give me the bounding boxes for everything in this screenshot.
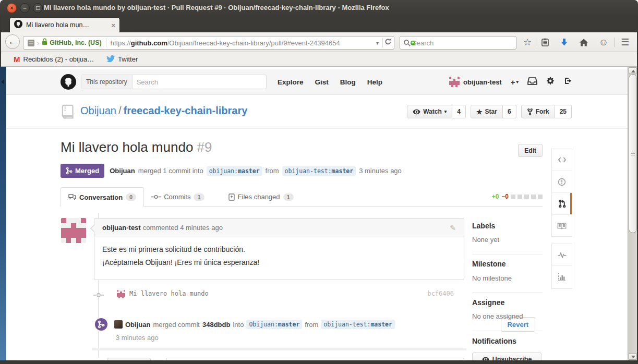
code-icon	[558, 156, 567, 163]
fork-count[interactable]: 25	[555, 105, 572, 118]
search-icon[interactable]: +	[403, 39, 411, 47]
merged-commit-sha[interactable]: 348dbdb	[202, 321, 230, 329]
window-titlebar: × – Mi llavero hola mundo by obijuan-tes…	[0, 0, 638, 16]
notifications-title: Notifications	[472, 337, 516, 345]
back-button[interactable]: ←	[5, 34, 20, 49]
timeline-end-divider	[92, 348, 466, 350]
unsubscribe-button[interactable]: Unsubscribe	[472, 353, 541, 360]
downloads-icon[interactable]	[558, 37, 570, 48]
git-pull-request-icon	[558, 199, 566, 208]
edit-comment-pencil-icon[interactable]: ✎	[450, 224, 456, 232]
tab-close-icon[interactable]: ×	[111, 21, 115, 29]
navigation-toolbar: ← › GitHub, Inc. (US) https://github.com…	[0, 32, 638, 52]
comment-author-avatar[interactable]	[61, 218, 86, 243]
browser-tab-active[interactable]: Mi llavero hola mun… ×	[9, 17, 120, 32]
twitter-icon	[106, 55, 115, 64]
pulse-icon	[558, 252, 567, 258]
scrollbar-thumb[interactable]	[629, 74, 637, 233]
search-input[interactable]	[411, 39, 513, 47]
comment-author-link[interactable]: obijuan-test	[102, 224, 141, 232]
commit-icon	[151, 194, 161, 200]
page-viewport: This repository Explore Gist Blog Help o…	[6, 67, 628, 360]
bookmark-star-icon[interactable]: ☆	[522, 37, 533, 48]
lock-icon	[42, 38, 47, 47]
mininav-issues[interactable]	[552, 171, 572, 193]
comment-line: Este es mi primera solicitud de contribu…	[102, 243, 456, 256]
commit-message-link[interactable]: Mi llavero hola mundo	[129, 290, 209, 297]
bookmark-item-gmail[interactable]: M Recibidos (2) - obijua…	[14, 52, 94, 66]
chevron-right-icon: ›	[37, 39, 39, 47]
bookmark-item-twitter[interactable]: Twitter	[106, 52, 138, 66]
page-proxy-icon	[28, 40, 34, 46]
scroll-down-button[interactable]	[629, 353, 637, 360]
merger-avatar[interactable]	[114, 320, 123, 329]
commits-count: 1	[194, 193, 204, 201]
bookmarks-menu-icon[interactable]	[539, 37, 551, 48]
github-favicon-icon	[14, 20, 22, 30]
merger-link[interactable]: Obijuan	[110, 167, 135, 175]
pr-number: #9	[197, 139, 212, 155]
scroll-up-button[interactable]	[629, 67, 637, 74]
merge-actor-link[interactable]: Obijuan	[125, 321, 150, 329]
site-identity-label[interactable]: GitHub, Inc. (US)	[50, 39, 101, 46]
sign-out-icon[interactable]	[563, 77, 572, 87]
from-text: from	[305, 321, 318, 329]
hamburger-menu-icon[interactable]: ☰	[619, 37, 631, 48]
mininav-wiki[interactable]	[552, 215, 572, 237]
mininav-pull-requests[interactable]	[552, 193, 572, 215]
bookmark-label: Recibidos (2) - obijua…	[23, 55, 94, 63]
labels-value: None yet	[472, 236, 499, 244]
mininav-graphs[interactable]	[552, 266, 572, 288]
comment-body: Este es mi primera solicitud de contribu…	[94, 237, 464, 275]
comment-meta: commented 4 minutes ago	[143, 224, 223, 232]
merge-event-badge	[94, 317, 109, 332]
search-bar[interactable]: +	[400, 36, 516, 50]
sidebar-divider	[472, 331, 543, 331]
commit-author-avatar[interactable]	[117, 290, 125, 298]
reload-icon[interactable]	[384, 38, 392, 47]
merge-base-ref[interactable]: Obijuan:master	[246, 320, 302, 329]
url-text[interactable]: https://github.com/Obijuan/freecad-key-c…	[111, 39, 374, 47]
conversation-count: 0	[126, 193, 136, 201]
arrow-down-icon	[631, 356, 635, 358]
tab-conversation[interactable]: Conversation 0	[61, 187, 144, 207]
into-text: into	[233, 321, 244, 329]
window-close-button[interactable]: ×	[7, 3, 17, 13]
file-diff-icon	[228, 193, 235, 201]
git-merge-icon	[66, 167, 73, 175]
mininav-code[interactable]	[552, 149, 572, 171]
repo-mininav-group-1	[551, 149, 572, 237]
arrow-up-icon	[631, 70, 635, 72]
assignee-value: No one assigned	[472, 312, 523, 320]
toolbar-separator-2	[614, 38, 615, 47]
identity-separator	[106, 38, 106, 47]
base-ref[interactable]: obijuan:master	[207, 166, 262, 176]
gear-icon[interactable]	[546, 77, 555, 87]
bar-chart-icon	[558, 273, 566, 281]
comment-header: obijuan-test commented 4 minutes ago ✎	[94, 219, 464, 237]
window-title: Mi llavero hola mundo by obijuan-test · …	[44, 0, 389, 16]
mininav-pulse[interactable]	[552, 244, 572, 266]
home-icon[interactable]	[578, 37, 589, 48]
maximize-icon	[36, 6, 40, 10]
hello-smiley-icon[interactable]: ☺	[598, 37, 609, 48]
window-maximize-button[interactable]	[33, 3, 43, 13]
issue-icon	[558, 178, 566, 186]
tab-commits[interactable]: Commits 1	[144, 187, 211, 207]
browser-scrollbar[interactable]	[628, 67, 637, 360]
commit-sha[interactable]: bcf6406	[427, 290, 454, 297]
browser-tab-bar: Mi llavero hola mun… × +	[0, 16, 638, 32]
pr-meta: Merged Obijuan merged 1 commit into obij…	[61, 164, 402, 178]
bookmark-label: Twitter	[118, 55, 138, 63]
head-ref[interactable]: obijuan-test:master	[282, 166, 356, 176]
sidebar-divider	[472, 292, 543, 293]
tab-files-changed[interactable]: Files changed 1	[221, 187, 301, 207]
merge-time: 3 minutes ago	[359, 167, 402, 175]
commit-event: Mi llavero hola mundo bcf6406	[61, 288, 464, 300]
merge-head-ref[interactable]: obijuan-test:master	[321, 320, 395, 329]
url-bar[interactable]: › GitHub, Inc. (US) https://github.com/O…	[23, 36, 394, 50]
window-minimize-button[interactable]: –	[20, 3, 30, 13]
comment-arrow	[90, 224, 94, 233]
pr-title: Mi llavero hola mundo #9	[61, 139, 212, 155]
url-dropdown-caret-icon[interactable]: ▾	[374, 40, 381, 46]
